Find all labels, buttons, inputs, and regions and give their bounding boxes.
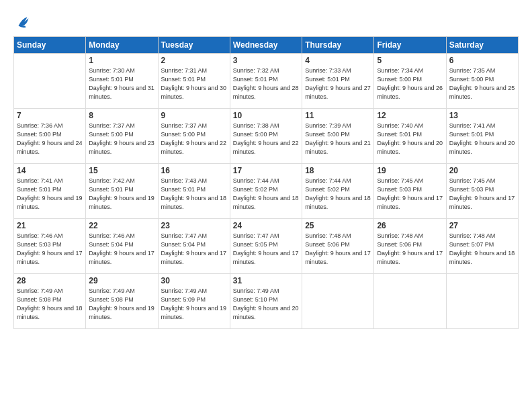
day-number: 5 xyxy=(377,56,443,65)
calendar-cell: 22Sunrise: 7:46 AMSunset: 5:04 PMDayligh… xyxy=(86,219,158,274)
day-info: Sunrise: 7:41 AMSunset: 5:01 PMDaylight:… xyxy=(17,177,83,212)
calendar-cell: 9Sunrise: 7:37 AMSunset: 5:00 PMDaylight… xyxy=(158,109,230,164)
day-number: 14 xyxy=(17,166,83,175)
calendar-cell xyxy=(14,54,86,109)
day-info: Sunrise: 7:36 AMSunset: 5:00 PMDaylight:… xyxy=(17,122,83,156)
calendar-cell: 17Sunrise: 7:44 AMSunset: 5:02 PMDayligh… xyxy=(230,164,302,219)
day-number: 18 xyxy=(305,166,371,175)
calendar-cell: 20Sunrise: 7:45 AMSunset: 5:03 PMDayligh… xyxy=(446,164,518,219)
day-number: 29 xyxy=(89,276,154,285)
calendar-cell: 27Sunrise: 7:48 AMSunset: 5:07 PMDayligh… xyxy=(446,219,518,274)
day-number: 2 xyxy=(161,56,227,65)
calendar-cell: 6Sunrise: 7:35 AMSunset: 5:00 PMDaylight… xyxy=(446,54,518,109)
calendar-cell: 30Sunrise: 7:49 AMSunset: 5:09 PMDayligh… xyxy=(158,274,230,329)
day-info: Sunrise: 7:30 AMSunset: 5:01 PMDaylight:… xyxy=(89,66,154,101)
day-info: Sunrise: 7:49 AMSunset: 5:08 PMDaylight:… xyxy=(17,287,83,322)
day-info: Sunrise: 7:31 AMSunset: 5:01 PMDaylight:… xyxy=(161,66,227,101)
day-number: 24 xyxy=(233,221,299,230)
calendar-cell: 24Sunrise: 7:47 AMSunset: 5:05 PMDayligh… xyxy=(230,219,302,274)
logo xyxy=(13,12,35,31)
calendar-cell: 31Sunrise: 7:49 AMSunset: 5:10 PMDayligh… xyxy=(230,274,302,329)
calendar-cell: 19Sunrise: 7:45 AMSunset: 5:03 PMDayligh… xyxy=(374,164,446,219)
calendar-cell: 4Sunrise: 7:33 AMSunset: 5:01 PMDaylight… xyxy=(302,54,374,109)
day-info: Sunrise: 7:37 AMSunset: 5:00 PMDaylight:… xyxy=(89,122,154,156)
week-row-5: 28Sunrise: 7:49 AMSunset: 5:08 PMDayligh… xyxy=(14,274,519,329)
day-number: 28 xyxy=(17,276,83,285)
day-info: Sunrise: 7:44 AMSunset: 5:02 PMDaylight:… xyxy=(305,177,371,212)
day-info: Sunrise: 7:46 AMSunset: 5:03 PMDaylight:… xyxy=(17,232,83,267)
day-number: 4 xyxy=(305,56,371,65)
day-number: 11 xyxy=(305,111,371,120)
calendar-cell: 11Sunrise: 7:39 AMSunset: 5:00 PMDayligh… xyxy=(302,109,374,164)
weekday-header-thursday: Thursday xyxy=(302,37,374,54)
day-number: 23 xyxy=(161,221,227,230)
day-info: Sunrise: 7:39 AMSunset: 5:00 PMDaylight:… xyxy=(305,122,371,156)
day-number: 22 xyxy=(89,221,154,230)
day-number: 31 xyxy=(233,276,299,285)
header xyxy=(13,12,519,31)
day-number: 21 xyxy=(17,221,83,230)
day-info: Sunrise: 7:44 AMSunset: 5:02 PMDaylight:… xyxy=(233,177,299,212)
day-number: 8 xyxy=(89,111,154,120)
day-number: 19 xyxy=(377,166,443,175)
calendar-cell: 8Sunrise: 7:37 AMSunset: 5:00 PMDaylight… xyxy=(86,109,158,164)
day-info: Sunrise: 7:41 AMSunset: 5:01 PMDaylight:… xyxy=(449,122,515,156)
calendar-cell: 2Sunrise: 7:31 AMSunset: 5:01 PMDaylight… xyxy=(158,54,230,109)
day-info: Sunrise: 7:49 AMSunset: 5:10 PMDaylight:… xyxy=(233,287,299,322)
day-number: 15 xyxy=(89,166,154,175)
calendar-cell: 28Sunrise: 7:49 AMSunset: 5:08 PMDayligh… xyxy=(14,274,86,329)
day-info: Sunrise: 7:40 AMSunset: 5:01 PMDaylight:… xyxy=(377,122,443,156)
day-number: 20 xyxy=(449,166,515,175)
day-info: Sunrise: 7:47 AMSunset: 5:05 PMDaylight:… xyxy=(233,232,299,267)
calendar-cell: 13Sunrise: 7:41 AMSunset: 5:01 PMDayligh… xyxy=(446,109,518,164)
calendar-cell: 25Sunrise: 7:48 AMSunset: 5:06 PMDayligh… xyxy=(302,219,374,274)
calendar-cell xyxy=(374,274,446,329)
day-number: 16 xyxy=(161,166,227,175)
day-number: 6 xyxy=(449,56,515,65)
day-info: Sunrise: 7:43 AMSunset: 5:01 PMDaylight:… xyxy=(161,177,227,212)
day-info: Sunrise: 7:42 AMSunset: 5:01 PMDaylight:… xyxy=(89,177,154,212)
day-info: Sunrise: 7:32 AMSunset: 5:01 PMDaylight:… xyxy=(233,66,299,101)
calendar-cell: 18Sunrise: 7:44 AMSunset: 5:02 PMDayligh… xyxy=(302,164,374,219)
day-info: Sunrise: 7:48 AMSunset: 5:06 PMDaylight:… xyxy=(377,232,443,267)
calendar-cell: 12Sunrise: 7:40 AMSunset: 5:01 PMDayligh… xyxy=(374,109,446,164)
day-info: Sunrise: 7:35 AMSunset: 5:00 PMDaylight:… xyxy=(449,66,515,101)
day-number: 3 xyxy=(233,56,299,65)
week-row-2: 7Sunrise: 7:36 AMSunset: 5:00 PMDaylight… xyxy=(14,109,519,164)
calendar-cell: 16Sunrise: 7:43 AMSunset: 5:01 PMDayligh… xyxy=(158,164,230,219)
page: SundayMondayTuesdayWednesdayThursdayFrid… xyxy=(0,0,532,411)
day-info: Sunrise: 7:45 AMSunset: 5:03 PMDaylight:… xyxy=(377,177,443,212)
day-number: 17 xyxy=(233,166,299,175)
calendar-cell xyxy=(446,274,518,329)
day-info: Sunrise: 7:37 AMSunset: 5:00 PMDaylight:… xyxy=(161,122,227,156)
calendar-cell: 10Sunrise: 7:38 AMSunset: 5:00 PMDayligh… xyxy=(230,109,302,164)
weekday-header-tuesday: Tuesday xyxy=(158,37,230,54)
day-number: 9 xyxy=(161,111,227,120)
calendar-cell: 23Sunrise: 7:47 AMSunset: 5:04 PMDayligh… xyxy=(158,219,230,274)
calendar-cell xyxy=(302,274,374,329)
day-number: 7 xyxy=(17,111,83,120)
calendar-cell: 29Sunrise: 7:49 AMSunset: 5:08 PMDayligh… xyxy=(86,274,158,329)
calendar-cell: 7Sunrise: 7:36 AMSunset: 5:00 PMDaylight… xyxy=(14,109,86,164)
day-number: 26 xyxy=(377,221,443,230)
calendar-cell: 26Sunrise: 7:48 AMSunset: 5:06 PMDayligh… xyxy=(374,219,446,274)
day-number: 10 xyxy=(233,111,299,120)
calendar-cell: 5Sunrise: 7:34 AMSunset: 5:00 PMDaylight… xyxy=(374,54,446,109)
weekday-header-friday: Friday xyxy=(374,37,446,54)
calendar-cell: 14Sunrise: 7:41 AMSunset: 5:01 PMDayligh… xyxy=(14,164,86,219)
day-info: Sunrise: 7:34 AMSunset: 5:00 PMDaylight:… xyxy=(377,66,443,101)
day-info: Sunrise: 7:48 AMSunset: 5:06 PMDaylight:… xyxy=(305,232,371,267)
calendar-cell: 15Sunrise: 7:42 AMSunset: 5:01 PMDayligh… xyxy=(86,164,158,219)
calendar-table: SundayMondayTuesdayWednesdayThursdayFrid… xyxy=(13,36,519,329)
day-info: Sunrise: 7:49 AMSunset: 5:08 PMDaylight:… xyxy=(89,287,154,322)
day-number: 27 xyxy=(449,221,515,230)
logo-icon xyxy=(13,12,32,31)
weekday-header-wednesday: Wednesday xyxy=(230,37,302,54)
calendar-cell: 1Sunrise: 7:30 AMSunset: 5:01 PMDaylight… xyxy=(86,54,158,109)
day-number: 12 xyxy=(377,111,443,120)
day-number: 1 xyxy=(89,56,154,65)
day-info: Sunrise: 7:45 AMSunset: 5:03 PMDaylight:… xyxy=(449,177,515,212)
day-info: Sunrise: 7:46 AMSunset: 5:04 PMDaylight:… xyxy=(89,232,154,267)
calendar-cell: 21Sunrise: 7:46 AMSunset: 5:03 PMDayligh… xyxy=(14,219,86,274)
day-info: Sunrise: 7:48 AMSunset: 5:07 PMDaylight:… xyxy=(449,232,515,267)
